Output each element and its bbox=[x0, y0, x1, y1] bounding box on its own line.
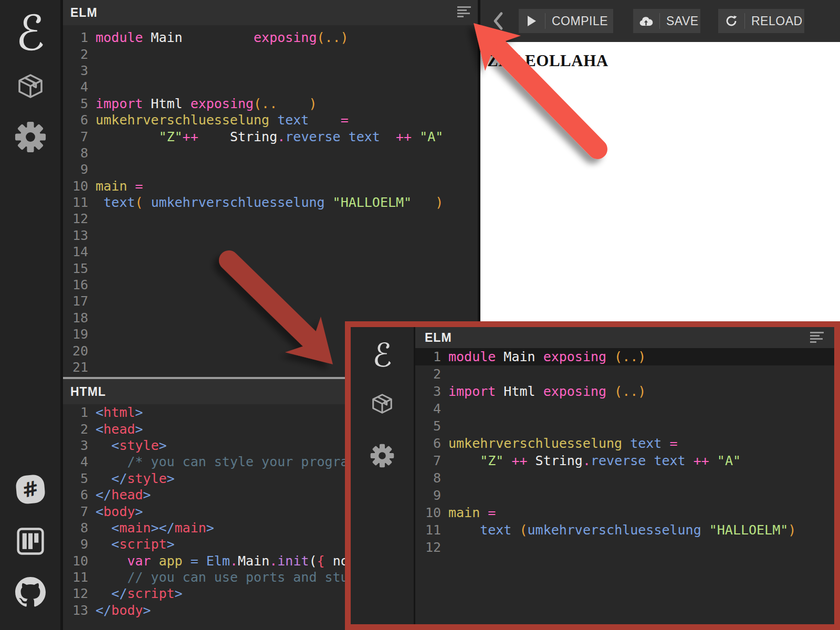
back-chevron-icon[interactable] bbox=[492, 12, 504, 33]
code-line: 6umkehrverschluesselung text = bbox=[63, 112, 478, 128]
reload-button-label: RELOAD bbox=[744, 13, 809, 29]
output-toolbar: COMPILE SAVE bbox=[480, 0, 840, 42]
inset-elm-header: ELM bbox=[415, 327, 834, 348]
settings-gear-icon[interactable] bbox=[0, 121, 60, 153]
code-line: 5 bbox=[415, 417, 834, 435]
code-line: 13 bbox=[63, 227, 478, 244]
code-line: 3 bbox=[63, 62, 478, 79]
code-line: 14 bbox=[63, 244, 478, 260]
trello-board-glyph bbox=[16, 527, 45, 555]
code-line: 1module Main exposing(..) bbox=[63, 29, 478, 46]
inset-elm-panel: ELM 1module Main exposing (..)23import H… bbox=[415, 327, 834, 624]
github-octocat-glyph bbox=[15, 577, 46, 607]
save-button-label: SAVE bbox=[659, 13, 705, 29]
inset-elm-title: ELM bbox=[415, 331, 452, 345]
code-line: 7 "Z" ++ String.reverse text ++ "A" bbox=[415, 452, 834, 469]
code-line: 11 text (umkehrverschluesselung "HALLOEL… bbox=[415, 521, 834, 539]
code-line: 17 bbox=[63, 293, 478, 309]
sidebar: ℰ bbox=[0, 0, 60, 630]
trello-icon[interactable] bbox=[0, 527, 60, 556]
html-panel-title: HTML bbox=[63, 385, 106, 399]
code-line: 4 bbox=[415, 400, 834, 417]
code-line: 10main = bbox=[63, 178, 478, 194]
reload-button[interactable]: RELOAD bbox=[718, 9, 804, 33]
code-line: 8 bbox=[63, 145, 478, 161]
elm-panel-title: ELM bbox=[63, 6, 98, 20]
compile-button-label: COMPILE bbox=[545, 13, 614, 29]
code-line: 12 bbox=[63, 211, 478, 227]
code-line: 9 bbox=[415, 487, 834, 504]
slack-hash-glyph: # bbox=[15, 474, 46, 505]
settings-gear-icon bbox=[351, 443, 414, 469]
package-box-glyph bbox=[16, 71, 45, 101]
ellie-app: ℰ bbox=[0, 0, 840, 630]
inset-elm-editor: 1module Main exposing (..)23import Html … bbox=[415, 348, 834, 624]
format-menu-icon[interactable] bbox=[457, 6, 471, 19]
code-line: 2 bbox=[415, 365, 834, 383]
play-icon bbox=[519, 9, 545, 33]
code-line: 15 bbox=[63, 260, 478, 276]
code-line: 1module Main exposing (..) bbox=[415, 348, 834, 365]
code-line: 7 "Z"++ String.reverse text ++ "A" bbox=[63, 128, 478, 144]
gear-glyph bbox=[15, 121, 46, 153]
package-icon bbox=[351, 391, 414, 416]
code-line: 8 bbox=[415, 469, 834, 487]
code-line: 6umkehrverschluesselung text = bbox=[415, 435, 834, 452]
code-line: 5import Html exposing(.. ) bbox=[63, 96, 478, 112]
output-text: ZMLEOLLAHA bbox=[487, 51, 608, 70]
code-line: 2 bbox=[63, 46, 478, 62]
refresh-icon bbox=[718, 9, 744, 33]
code-line: 16 bbox=[63, 277, 478, 293]
code-line: 12 bbox=[415, 539, 834, 556]
code-line: 10main = bbox=[415, 504, 834, 521]
cloud-upload-icon bbox=[633, 9, 659, 33]
elm-panel: ELM 1module Main exposing(..)2345import … bbox=[63, 0, 478, 377]
code-line: 11 text( umkehrverschluesselung "HALLOEL… bbox=[63, 194, 478, 211]
format-menu-icon bbox=[810, 332, 824, 344]
compile-button[interactable]: COMPILE bbox=[519, 9, 613, 33]
slack-icon[interactable]: # bbox=[0, 474, 60, 505]
code-line: 9 bbox=[63, 161, 478, 177]
github-icon[interactable] bbox=[0, 576, 60, 608]
code-line: 3import Html exposing (..) bbox=[415, 383, 834, 400]
inset-sidebar: ℰ bbox=[351, 327, 414, 624]
package-icon[interactable] bbox=[0, 71, 60, 101]
inset-screenshot: ℰ bbox=[345, 321, 840, 630]
ellie-logo-glyph: ℰ bbox=[16, 9, 45, 58]
ellie-logo-icon: ℰ bbox=[351, 337, 414, 374]
code-line: 4 bbox=[63, 79, 478, 95]
save-button[interactable]: SAVE bbox=[633, 9, 700, 33]
ellie-logo-icon[interactable]: ℰ bbox=[0, 7, 60, 60]
elm-panel-header: ELM bbox=[63, 0, 478, 25]
